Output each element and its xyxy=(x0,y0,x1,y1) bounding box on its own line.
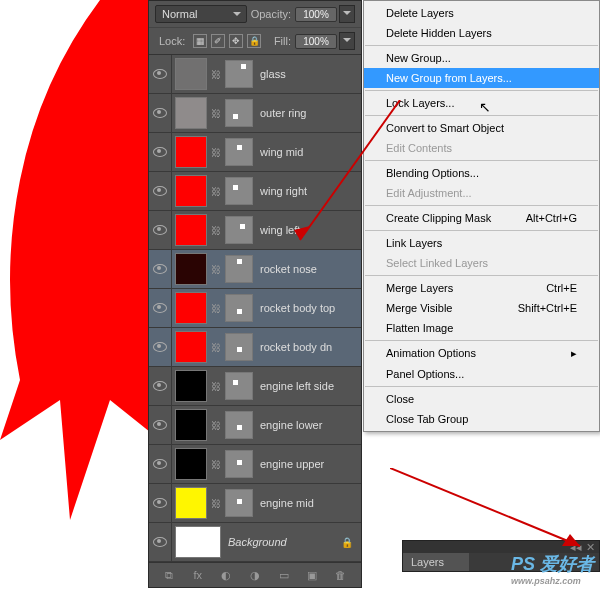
layer-name[interactable]: glass xyxy=(256,68,361,80)
menu-new-group-from-layers[interactable]: New Group from Layers... xyxy=(364,68,599,88)
layer-row[interactable]: ⛓wing left xyxy=(149,211,361,250)
menu-merge-layers[interactable]: Merge LayersCtrl+E xyxy=(364,278,599,298)
visibility-toggle[interactable] xyxy=(149,172,172,210)
layer-name[interactable]: wing left xyxy=(256,224,361,236)
vector-mask-thumbnail xyxy=(225,60,253,88)
layers-panel: Normal Opacity: 100% Lock: ▦ ✐ ✥ 🔒 Fill:… xyxy=(148,0,362,588)
layer-row[interactable]: ⛓engine left side xyxy=(149,367,361,406)
menu-delete-layers[interactable]: Delete Layers xyxy=(364,3,599,23)
visibility-toggle[interactable] xyxy=(149,328,172,366)
visibility-toggle[interactable] xyxy=(149,523,172,561)
lock-all-icon[interactable]: 🔒 xyxy=(247,34,261,48)
link-indicator: ⛓ xyxy=(210,176,222,206)
layer-name[interactable]: engine left side xyxy=(256,380,361,392)
visibility-toggle[interactable] xyxy=(149,250,172,288)
vector-mask-thumbnail xyxy=(225,333,253,361)
layer-row[interactable]: ⛓engine upper xyxy=(149,445,361,484)
layer-name[interactable]: wing mid xyxy=(256,146,361,158)
visibility-toggle[interactable] xyxy=(149,94,172,132)
layer-name[interactable]: engine lower xyxy=(256,419,361,431)
layer-thumbnail xyxy=(175,487,207,519)
layer-row[interactable]: ⛓engine lower xyxy=(149,406,361,445)
lock-image-icon[interactable]: ✐ xyxy=(211,34,225,48)
visibility-toggle[interactable] xyxy=(149,211,172,249)
layer-thumbnail xyxy=(175,175,207,207)
layer-row[interactable]: ⛓wing mid xyxy=(149,133,361,172)
link-indicator: ⛓ xyxy=(210,410,222,440)
layers-context-menu: Delete Layers Delete Hidden Layers New G… xyxy=(363,0,600,432)
layer-row[interactable]: ⛓glass xyxy=(149,55,361,94)
visibility-toggle[interactable] xyxy=(149,289,172,327)
menu-panel-options[interactable]: Panel Options... xyxy=(364,364,599,384)
svg-line-2 xyxy=(390,468,580,546)
layer-name[interactable]: outer ring xyxy=(256,107,361,119)
new-layer-icon[interactable]: ▣ xyxy=(303,568,321,582)
vector-mask-thumbnail xyxy=(225,411,253,439)
cursor-icon: ↖ xyxy=(479,99,491,115)
visibility-toggle[interactable] xyxy=(149,406,172,444)
menu-create-clipping-mask[interactable]: Create Clipping MaskAlt+Ctrl+G xyxy=(364,208,599,228)
menu-new-group[interactable]: New Group... xyxy=(364,48,599,68)
layer-name[interactable]: wing right xyxy=(256,185,361,197)
layers-tab-label[interactable]: Layers xyxy=(403,553,469,571)
delete-layer-icon[interactable]: 🗑 xyxy=(332,568,350,582)
layer-name[interactable]: rocket body top xyxy=(256,302,361,314)
lock-position-icon[interactable]: ✥ xyxy=(229,34,243,48)
link-indicator: ⛓ xyxy=(210,332,222,362)
fx-icon[interactable]: fx xyxy=(189,568,207,582)
mask-icon[interactable]: ◐ xyxy=(217,568,235,582)
layer-thumbnail xyxy=(175,292,207,324)
adjustment-icon[interactable]: ◑ xyxy=(246,568,264,582)
menu-close[interactable]: Close xyxy=(364,389,599,409)
visibility-toggle[interactable] xyxy=(149,367,172,405)
menu-convert-smart[interactable]: Convert to Smart Object xyxy=(364,118,599,138)
menu-delete-hidden[interactable]: Delete Hidden Layers xyxy=(364,23,599,43)
background-thumbnail xyxy=(175,526,221,558)
panel-footer: ⧉ fx ◐ ◑ ▭ ▣ 🗑 xyxy=(149,562,361,587)
new-group-icon[interactable]: ▭ xyxy=(275,568,293,582)
fill-value[interactable]: 100% xyxy=(295,34,337,49)
menu-edit-adjustment: Edit Adjustment... xyxy=(364,183,599,203)
layer-row[interactable]: ⛓rocket nose xyxy=(149,250,361,289)
layer-row[interactable]: ⛓engine mid xyxy=(149,484,361,523)
lock-transparency-icon[interactable]: ▦ xyxy=(193,34,207,48)
layer-thumbnail xyxy=(175,253,207,285)
layer-row[interactable]: ⛓rocket body top xyxy=(149,289,361,328)
menu-blending-options[interactable]: Blending Options... xyxy=(364,163,599,183)
menu-flatten[interactable]: Flatten Image xyxy=(364,318,599,338)
layer-row[interactable]: ⛓outer ring xyxy=(149,94,361,133)
blend-mode-dropdown[interactable]: Normal xyxy=(155,5,247,23)
background-layer-row[interactable]: Background 🔒 xyxy=(149,523,361,562)
opacity-dropdown[interactable] xyxy=(339,5,355,23)
layer-name[interactable]: rocket nose xyxy=(256,263,361,275)
layer-thumbnail xyxy=(175,136,207,168)
layer-row[interactable]: ⛓rocket body dn xyxy=(149,328,361,367)
link-indicator: ⛓ xyxy=(210,449,222,479)
vector-mask-thumbnail xyxy=(225,450,253,478)
visibility-toggle[interactable] xyxy=(149,55,172,93)
menu-link-layers[interactable]: Link Layers xyxy=(364,233,599,253)
menu-close-tab-group[interactable]: Close Tab Group xyxy=(364,409,599,429)
layer-name[interactable]: engine mid xyxy=(256,497,361,509)
lock-toolbar: Lock: ▦ ✐ ✥ 🔒 Fill: 100% xyxy=(149,28,361,55)
lock-icon: 🔒 xyxy=(341,537,353,548)
link-indicator: ⛓ xyxy=(210,254,222,284)
layer-name[interactable]: engine upper xyxy=(256,458,361,470)
link-indicator: ⛓ xyxy=(210,293,222,323)
visibility-toggle[interactable] xyxy=(149,133,172,171)
vector-mask-thumbnail xyxy=(225,255,253,283)
layer-thumbnail xyxy=(175,370,207,402)
link-layers-icon[interactable]: ⧉ xyxy=(160,568,178,582)
fill-dropdown[interactable] xyxy=(339,32,355,50)
visibility-toggle[interactable] xyxy=(149,484,172,522)
visibility-toggle[interactable] xyxy=(149,445,172,483)
lock-icons: ▦ ✐ ✥ 🔒 xyxy=(193,34,261,48)
opacity-value[interactable]: 100% xyxy=(295,7,337,22)
menu-merge-visible[interactable]: Merge VisibleShift+Ctrl+E xyxy=(364,298,599,318)
background-label: Background xyxy=(224,536,341,548)
opacity-label: Opacity: xyxy=(251,8,291,20)
menu-animation-options[interactable]: Animation Options▸ xyxy=(364,343,599,364)
layer-name[interactable]: rocket body dn xyxy=(256,341,361,353)
menu-select-linked: Select Linked Layers xyxy=(364,253,599,273)
layer-row[interactable]: ⛓wing right xyxy=(149,172,361,211)
